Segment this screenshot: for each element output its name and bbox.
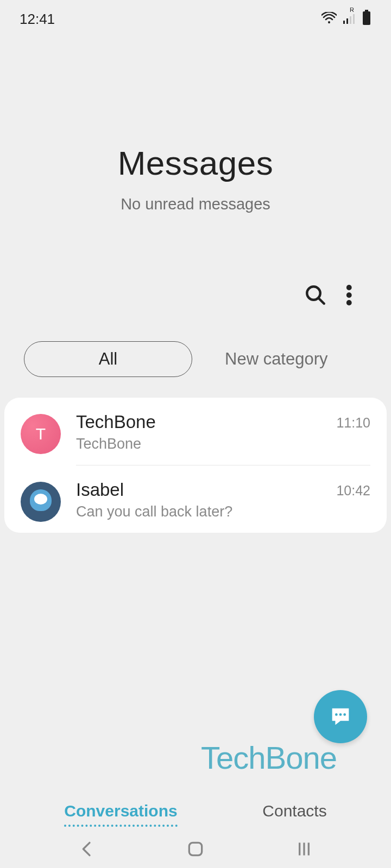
signal-icon: R [342, 11, 356, 28]
square-icon [185, 838, 206, 860]
conversation-name: Isabel [76, 480, 321, 500]
conversation-list: T TechBone TechBone 11:10 Isabel Can you… [4, 398, 387, 533]
svg-line-8 [318, 298, 324, 304]
svg-rect-3 [350, 16, 351, 24]
conversation-name: TechBone [76, 412, 321, 432]
compose-fab[interactable] [314, 690, 367, 743]
tab-conversations[interactable]: Conversations [64, 795, 177, 827]
tab-all[interactable]: All [24, 341, 192, 377]
conversation-item[interactable]: Isabel Can you call back later? 10:42 [4, 465, 387, 533]
svg-rect-15 [189, 843, 201, 855]
tab-new-category-label: New category [225, 349, 328, 368]
svg-point-10 [346, 292, 352, 298]
nav-recents-button[interactable] [293, 838, 315, 862]
svg-point-14 [343, 713, 346, 716]
bottom-tabs: Conversations Contacts [0, 795, 391, 827]
status-icons: R [321, 10, 371, 29]
svg-rect-6 [363, 11, 370, 25]
svg-rect-5 [365, 10, 368, 11]
page-title: Messages [0, 144, 391, 182]
conversation-preview: Can you call back later? [76, 503, 321, 520]
nav-home-button[interactable] [185, 838, 206, 862]
svg-rect-4 [353, 14, 355, 24]
tab-contacts[interactable]: Contacts [262, 795, 326, 827]
conversation-time: 10:42 [336, 483, 370, 499]
avatar-letter: T [36, 425, 46, 443]
page-subtitle: No unread messages [0, 195, 391, 213]
battery-icon [362, 10, 371, 29]
conversation-content: Isabel Can you call back later? [76, 480, 321, 520]
header-section: Messages No unread messages [0, 35, 391, 235]
menu-vertical-icon [293, 838, 315, 860]
tab-contacts-label: Contacts [262, 802, 326, 820]
more-options-button[interactable] [344, 284, 367, 309]
svg-point-11 [346, 300, 352, 305]
conversation-time: 11:10 [336, 415, 370, 431]
status-time: 12:41 [20, 11, 55, 28]
search-icon [304, 284, 327, 307]
nav-back-button[interactable] [76, 838, 98, 862]
svg-point-9 [346, 285, 352, 290]
navigation-bar [0, 832, 391, 868]
toolbar [0, 235, 391, 309]
tab-all-label: All [99, 349, 117, 368]
category-tabs: All New category [0, 309, 391, 393]
svg-point-0 [328, 21, 330, 23]
conversation-item[interactable]: T TechBone TechBone 11:10 [4, 398, 387, 465]
avatar [21, 482, 61, 522]
avatar: T [21, 414, 61, 454]
svg-rect-2 [346, 18, 348, 24]
conversation-content: TechBone TechBone [76, 412, 321, 452]
compose-icon [328, 704, 353, 729]
tab-new-category[interactable]: New category [225, 349, 328, 369]
watermark: TechBone [201, 739, 337, 776]
avatar-image [21, 482, 61, 522]
conversation-preview: TechBone [76, 436, 321, 452]
more-vertical-icon [344, 284, 367, 307]
chevron-left-icon [76, 838, 98, 860]
svg-point-13 [339, 713, 342, 716]
search-button[interactable] [304, 284, 327, 309]
status-bar: 12:41 R [0, 0, 391, 35]
svg-point-12 [335, 713, 338, 716]
wifi-icon [321, 11, 337, 28]
tab-conversations-label: Conversations [64, 802, 177, 820]
svg-rect-1 [343, 21, 345, 24]
